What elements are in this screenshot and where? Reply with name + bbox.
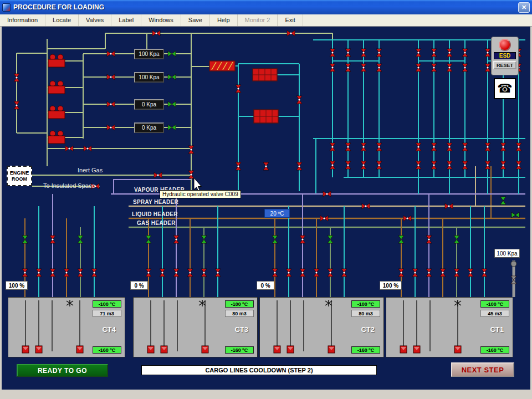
tank-ct2: -100 ºC 80 m3 CT2 -160 ºC — [259, 297, 384, 357]
tank-name: CT3 — [234, 325, 248, 334]
reset-button[interactable]: RESET — [493, 61, 516, 69]
tank3-level-percent: 0 % — [130, 281, 148, 290]
title-bar[interactable]: PROCEDURE FOR LOADING ✕ — [0, 0, 532, 14]
tank-bottom-temp: -160 ºC — [225, 346, 254, 354]
esd-panel: ESD RESET — [491, 37, 519, 75]
tank-ct3: -100 ºC 80 m3 CT3 -160 ºC — [133, 297, 258, 357]
engine-room-label: ENGINE ROOM — [7, 166, 32, 186]
menu-item-exit[interactable]: Exit — [278, 14, 303, 26]
tank-bottom-temp: -160 ºC — [93, 346, 121, 354]
right-pressure-badge: 100 Kpa — [494, 249, 520, 258]
pressure-indicator-1: 100 Kpa — [134, 49, 164, 59]
menu-item-monitor2: Monitor 2 — [238, 14, 278, 26]
esd-button[interactable] — [499, 39, 511, 51]
next-step-button[interactable]: NEXT STEP — [451, 362, 514, 377]
tank-top-temp: -100 ºC — [480, 300, 509, 308]
app-icon — [2, 3, 11, 12]
liquid-header-label: LIQUID HEADER — [132, 211, 178, 217]
window-title: PROCEDURE FOR LOADING — [13, 3, 104, 11]
ready-status-indicator: READY TO GO — [17, 364, 108, 377]
menu-bar: Information Locate Valves Label Windows … — [0, 14, 532, 27]
phone-button[interactable]: ☎ — [494, 78, 516, 99]
menu-item-valves[interactable]: Valves — [79, 14, 111, 26]
tank-name: CT1 — [490, 325, 504, 334]
pressure-indicator-3: 0 Kpa — [134, 99, 164, 110]
tank4-level-percent: 100 % — [6, 281, 28, 290]
phone-icon: ☎ — [497, 81, 512, 96]
spray-header-label: SPRAY HEADER — [133, 199, 178, 205]
header-temperature-badge: 20 ºC — [264, 209, 290, 218]
tank-ct1: -100 ºC 45 m3 CT1 -160 ºC — [386, 297, 513, 357]
tank-ct4: -100 ºC 71 m3 CT4 -160 ºC — [8, 297, 125, 357]
esd-label: ESD — [494, 52, 516, 59]
tank-volume: 45 m3 — [480, 310, 509, 317]
menu-item-help[interactable]: Help — [210, 14, 238, 26]
pressure-indicator-4: 0 Kpa — [134, 122, 164, 133]
tank-name: CT4 — [102, 325, 116, 334]
menu-item-save[interactable]: Save — [181, 14, 210, 26]
app-window: { "window": { "title": "PROCEDURE FOR LO… — [0, 0, 532, 399]
menu-item-information[interactable]: Information — [0, 14, 45, 26]
tank-bottom-temp: -160 ºC — [480, 346, 509, 354]
menu-item-label[interactable]: Label — [111, 14, 141, 26]
tank-top-temp: -100 ºC — [93, 300, 121, 308]
tank1-level-percent: 100 % — [380, 281, 402, 290]
close-button[interactable]: ✕ — [518, 2, 530, 13]
menu-item-windows[interactable]: Windows — [141, 14, 181, 26]
tank-bottom-temp: -160 ºC — [351, 346, 380, 354]
gas-header-label: GAS HEADER — [137, 220, 176, 226]
inert-gas-label: Inert Gas — [78, 167, 103, 173]
menu-item-locate[interactable]: Locate — [45, 14, 79, 26]
tank-name: CT2 — [361, 325, 375, 334]
tank-volume: 80 m3 — [225, 310, 254, 317]
tank-volume: 80 m3 — [351, 310, 380, 317]
tank-volume: 71 m3 — [93, 310, 121, 317]
tank-top-temp: -100 ºC — [351, 300, 380, 308]
valve-tooltip: Hydraulic operated valve C009 — [160, 190, 241, 198]
tank2-level-percent: 0 % — [257, 281, 274, 290]
tank-top-temp: -100 ºC — [225, 300, 254, 308]
to-insulated-space-label: To Insulated Space — [43, 182, 95, 189]
procedure-status-text: CARGO LINES COOLDOWN (STEP 2) — [141, 365, 377, 375]
pressure-indicator-2: 100 Kpa — [134, 72, 164, 83]
